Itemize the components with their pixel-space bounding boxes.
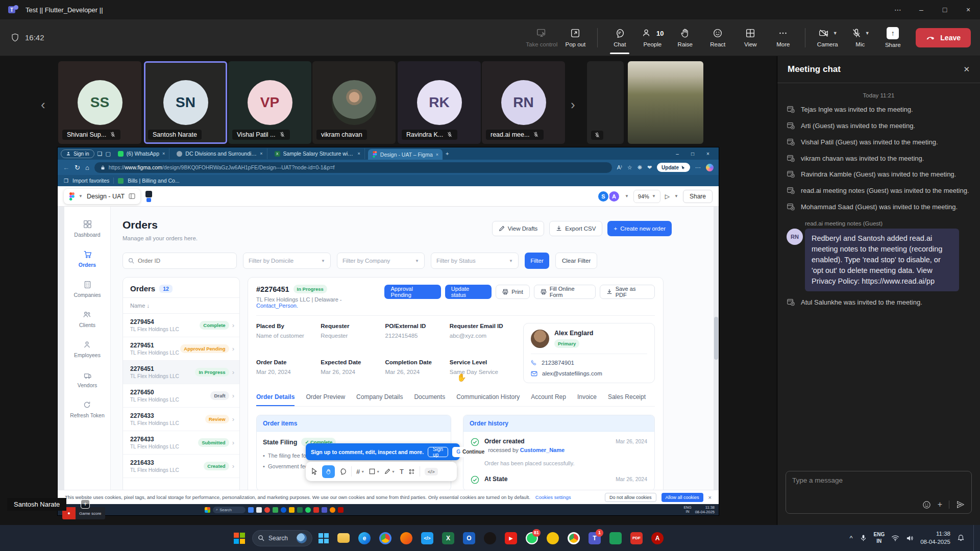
approval-pending-button[interactable]: Approval Pending [384,285,440,299]
camera-button[interactable]: ▼ Camera [813,22,842,53]
export-csv-button[interactable]: Export CSV [549,221,602,236]
pop-out-button[interactable]: Pop out [560,22,590,53]
bookmark-import-favorites[interactable]: Import favorites [72,178,109,184]
tab-company-details[interactable]: Company Details [356,393,403,406]
tab-close-icon[interactable]: × [162,151,165,156]
workspaces-icon[interactable]: ❏ [97,151,103,157]
tab-invoice[interactable]: Invoice [577,393,597,406]
shared-start-button[interactable] [205,507,210,513]
new-tab-icon[interactable]: + [446,151,449,157]
taskbar-chrome[interactable] [377,528,394,548]
chat-compose-box[interactable]: + [786,471,972,514]
pen-tool-icon[interactable]: ▼ [384,468,395,474]
shape-tool-icon[interactable]: ▼ [369,468,380,474]
browser-minimize-button[interactable]: – [670,151,685,157]
tab-sales-receipt[interactable]: Sales Receipt [608,393,646,406]
refresh-icon[interactable]: ↻ [75,164,80,171]
video-tile-active-speaker[interactable]: SN Santosh Narate [144,61,227,144]
back-icon[interactable]: ← [63,164,69,171]
shared-app-icon[interactable] [313,507,319,513]
shared-clock[interactable]: 11:3808-04-2025 [695,505,715,514]
zoom-level-control[interactable]: 94%▼ [633,190,660,203]
order-row[interactable]: 2216433TL Flex Holdings LLC Created› [123,455,239,478]
taskbar-github[interactable] [481,528,499,548]
tab-account-rep[interactable]: Account Rep [531,393,566,406]
volume-icon[interactable] [906,535,914,542]
contact-person-link[interactable]: Contact_Person. [256,303,298,309]
browser-tab[interactable]: X Sample Salary Structure with calc× [271,148,365,159]
video-tile[interactable]: RN read.ai mee... [482,61,565,144]
sidebar-item-employees[interactable]: Employees [74,340,101,358]
print-button[interactable]: Print [496,285,530,299]
collections-icon[interactable]: ❋ [638,164,642,171]
text-tool-icon[interactable]: T [400,468,404,475]
figma-signup-button[interactable]: Sign up [428,447,448,457]
chat-message-list[interactable]: Today 11:21 Tejas Ingle was invited to t… [777,83,980,308]
google-continue-button[interactable]: GContinue [452,447,488,457]
tray-mic-icon[interactable] [860,534,867,542]
taskbar-teams[interactable]: T1 [586,528,603,548]
taskbar-clock[interactable]: 11:3808-04-2025 [920,530,950,546]
tiles-scroll-right-icon[interactable]: › [571,97,575,113]
present-chevron-icon[interactable]: ▼ [674,194,678,198]
filter-clear-button[interactable]: Clear Filter [555,253,597,269]
sidebar-item-dashboard[interactable]: Dashboard [74,220,100,238]
sidebar-item-vendors[interactable]: Vendors [78,370,97,388]
order-row[interactable]: 2276433TL Flex Holdings LLC Submitted› [123,431,239,455]
chat-close-icon[interactable]: ✕ [963,65,970,74]
tray-expand-icon[interactable]: ^ [849,534,852,542]
tab-actions-icon[interactable]: ▢ [105,151,110,157]
taskbar-whatsapp[interactable]: 81 [523,528,541,548]
browser-profile-button[interactable]: Sign in [61,149,94,158]
shared-app-icon[interactable] [297,507,303,513]
browser-tab[interactable]: DC Divisions and Surroundings× [173,148,267,159]
view-button[interactable]: View [736,22,765,53]
game-score-widget[interactable]: ● Game score [62,507,105,519]
filter-status-select[interactable]: Filter by Status▼ [431,253,519,269]
notification-bell-icon[interactable] [957,534,965,542]
tab-close-icon[interactable]: × [358,151,360,156]
order-row-selected[interactable]: 2276451TL Flex Holdings LLC In Progress› [123,361,239,384]
fill-online-form-button[interactable]: Fill Online Form [534,285,596,299]
browser-tab-active[interactable]: Design - UAT – Figma× [368,149,443,160]
filter-company-select[interactable]: Filter by Company▼ [337,253,425,269]
users-chevron-icon[interactable]: ▼ [625,194,629,198]
order-id-search[interactable] [122,253,237,269]
read-aloud-icon[interactable]: A⁾ [617,164,622,171]
dev-mode-icon[interactable]: </> [425,468,438,475]
column-header-name[interactable]: Name ↓ [123,298,239,314]
video-tile[interactable]: VP Vishal Patil ... [228,61,311,144]
shared-app-icon[interactable] [281,507,286,513]
wifi-icon[interactable] [891,535,899,541]
comment-tool-icon[interactable] [339,468,347,475]
save-as-pdf-button[interactable]: Save as PDF [600,285,655,299]
order-row[interactable]: 2276450TL Flex Holdings LLC Draft› [123,384,239,408]
presenter-pin-button[interactable]: + [81,499,90,509]
create-new-order-button[interactable]: +Create new order [607,221,672,236]
mic-button[interactable]: ▼ Mic [845,22,875,53]
video-tile[interactable]: RK Ravindra K... [398,61,481,144]
taskbar-pdf[interactable]: PDF [628,528,645,548]
shared-app-icon[interactable] [338,507,344,513]
customer-name-link[interactable]: Customer_Name [520,447,565,453]
favorite-star-icon[interactable]: ☆ [627,164,632,171]
copilot-icon[interactable] [706,164,714,171]
shared-search-box[interactable]: ⌕Search [213,507,246,513]
filter-apply-button[interactable]: Filter [525,253,549,269]
video-tile-partial[interactable] [587,61,624,144]
filter-domicile-select[interactable]: Filter by Domicile▼ [243,253,331,269]
video-tile[interactable]: SS Shivani Sup... [58,61,141,144]
attach-plus-icon[interactable]: + [938,500,942,509]
hand-tool-icon-active[interactable] [322,465,335,478]
shared-app-icon[interactable] [330,507,335,513]
home-icon[interactable]: ⌂ [85,164,89,171]
tab-order-details[interactable]: Order Details [256,393,295,406]
window-maximize-button[interactable]: □ [933,0,957,19]
chat-button[interactable]: Chat [605,22,634,53]
browser-update-button[interactable]: Update [657,163,690,172]
figma-share-button[interactable]: Share [683,190,713,203]
sidebar-item-orders[interactable]: Orders [79,250,96,268]
emoji-icon[interactable] [922,500,931,509]
taskbar-file-explorer[interactable] [335,528,352,548]
browser-maximize-button[interactable]: □ [685,151,700,157]
